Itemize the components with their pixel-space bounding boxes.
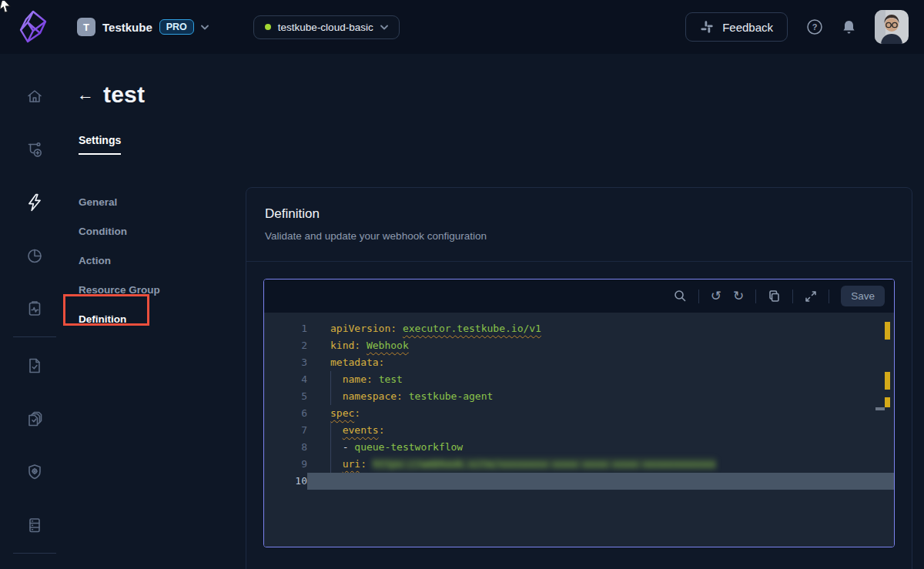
overview-ruler bbox=[884, 313, 890, 547]
sidebar-item-home[interactable] bbox=[0, 69, 69, 122]
line-number: 5 bbox=[264, 388, 307, 405]
warning-mark bbox=[885, 397, 890, 407]
sidebar bbox=[0, 54, 69, 569]
sidebar-item-webhooks[interactable] bbox=[0, 176, 69, 229]
line-number: 9 bbox=[264, 456, 307, 473]
chevron-down-icon bbox=[201, 25, 209, 30]
env-name: testkube-cloud-basic bbox=[278, 22, 373, 33]
server-icon bbox=[25, 516, 44, 534]
chevron-down-icon bbox=[380, 25, 388, 30]
clipboard-pulse-icon bbox=[25, 300, 44, 318]
line-number: 7 bbox=[264, 422, 307, 439]
line-number: 8 bbox=[264, 439, 307, 456]
tab-settings[interactable]: Settings bbox=[79, 134, 121, 155]
line-number: 4 bbox=[264, 371, 307, 388]
scrollbar-nub[interactable] bbox=[875, 407, 885, 410]
warning-mark bbox=[885, 322, 890, 340]
feedback-button[interactable]: Feedback bbox=[685, 12, 788, 42]
subnav-item-action[interactable]: Action bbox=[79, 246, 246, 275]
environment-selector[interactable]: testkube-cloud-basic bbox=[253, 15, 400, 39]
subnav-item-condition[interactable]: Condition bbox=[79, 216, 246, 246]
slack-icon bbox=[700, 20, 714, 34]
pro-badge: PRO bbox=[159, 19, 194, 35]
expand-icon bbox=[805, 290, 817, 303]
trigger-icon bbox=[25, 140, 44, 159]
pie-chart-icon bbox=[25, 246, 44, 265]
doc-check-icon bbox=[25, 356, 44, 375]
warning-mark bbox=[885, 372, 890, 390]
org-avatar: T bbox=[77, 18, 95, 36]
line-number: 10 bbox=[264, 473, 307, 490]
code-line[interactable]: 3metadata: bbox=[264, 354, 894, 371]
sidebar-item-status[interactable] bbox=[0, 282, 69, 335]
line-number: 2 bbox=[264, 337, 307, 354]
expand-button[interactable] bbox=[805, 290, 817, 303]
code-line[interactable]: 2kind: Webhook bbox=[264, 337, 894, 354]
search-button[interactable] bbox=[674, 290, 687, 303]
undo-button[interactable]: ↺ bbox=[711, 290, 721, 303]
code-line[interactable]: 6spec: bbox=[264, 405, 894, 422]
editor-toolbar: ↺ ↻ bbox=[264, 279, 894, 313]
sidebar-item-tests[interactable] bbox=[0, 339, 69, 392]
line-number: 6 bbox=[264, 405, 307, 422]
docs-stack-icon bbox=[25, 409, 45, 429]
org-name: Testkube bbox=[102, 21, 152, 34]
toolbar-divider bbox=[755, 290, 756, 303]
settings-subnav: General Condition Action Resource Group … bbox=[75, 187, 246, 569]
sidebar-divider bbox=[13, 336, 56, 337]
toolbar-divider bbox=[792, 290, 793, 303]
definition-card: Definition Validate and update your webh… bbox=[246, 187, 912, 569]
sidebar-item-executors[interactable] bbox=[0, 445, 69, 498]
subnav-item-general[interactable]: General bbox=[79, 187, 246, 216]
card-subtitle: Validate and update your webhook configu… bbox=[265, 230, 893, 242]
sidebar-item-sources[interactable] bbox=[0, 498, 69, 551]
env-status-dot bbox=[265, 24, 271, 30]
feedback-label: Feedback bbox=[722, 21, 773, 34]
code-line[interactable]: 9 uri: https://webhook.site/xxxxxxxx-xxx… bbox=[264, 456, 894, 473]
svg-text:?: ? bbox=[812, 22, 818, 32]
lightning-icon bbox=[25, 192, 45, 213]
code-line[interactable]: 10 bbox=[264, 473, 894, 490]
org-selector[interactable]: T Testkube PRO bbox=[77, 18, 209, 36]
main-content: ← test Settings General Condition Action… bbox=[69, 54, 924, 569]
sidebar-item-triggers[interactable] bbox=[0, 122, 69, 176]
copy-icon bbox=[768, 290, 781, 303]
code-line[interactable]: 5 namespace: testkube-agent bbox=[264, 388, 894, 405]
card-title: Definition bbox=[265, 206, 893, 222]
redo-icon: ↻ bbox=[733, 290, 744, 303]
code-area[interactable]: 1apiVersion: executor.testkube.io/v12kin… bbox=[264, 313, 894, 547]
back-button[interactable]: ← bbox=[75, 86, 95, 103]
page-title: test bbox=[103, 82, 145, 108]
subnav-item-definition[interactable]: Definition bbox=[79, 304, 246, 333]
tabs: Settings bbox=[79, 133, 924, 155]
bell-icon bbox=[842, 19, 856, 35]
topbar: T Testkube PRO testkube-cloud-basic Feed… bbox=[0, 0, 924, 54]
search-icon bbox=[674, 290, 687, 303]
subnav-item-resource-group[interactable]: Resource Group bbox=[79, 275, 246, 304]
help-button[interactable]: ? bbox=[806, 18, 823, 35]
code-lines: 1apiVersion: executor.testkube.io/v12kin… bbox=[264, 320, 894, 490]
shield-gear-icon bbox=[25, 463, 44, 481]
save-button[interactable]: Save bbox=[841, 286, 885, 306]
line-number: 1 bbox=[264, 320, 307, 337]
sidebar-item-test-suites[interactable] bbox=[0, 392, 69, 445]
sidebar-divider bbox=[13, 553, 56, 554]
code-line[interactable]: 8 - queue-testworkflow bbox=[264, 439, 894, 456]
redacted-uri: https://webhook.site/xxxxxxxx-xxxx-xxxx-… bbox=[373, 458, 716, 470]
code-line[interactable]: 7 events: bbox=[264, 422, 894, 439]
redo-button[interactable]: ↻ bbox=[733, 290, 744, 303]
undo-icon: ↺ bbox=[711, 290, 721, 303]
code-line[interactable]: 4 name: test bbox=[264, 371, 894, 388]
toolbar-divider bbox=[698, 290, 699, 303]
toolbar-divider bbox=[829, 290, 829, 303]
user-avatar[interactable] bbox=[875, 10, 909, 44]
line-number: 3 bbox=[264, 354, 307, 371]
notifications-button[interactable] bbox=[842, 19, 856, 35]
home-icon bbox=[25, 87, 44, 105]
help-icon: ? bbox=[806, 18, 823, 35]
code-line[interactable]: 1apiVersion: executor.testkube.io/v1 bbox=[264, 320, 894, 337]
yaml-editor: ↺ ↻ bbox=[263, 279, 895, 547]
sidebar-item-insights[interactable] bbox=[0, 229, 69, 282]
copy-button[interactable] bbox=[768, 290, 781, 303]
testkube-logo[interactable] bbox=[17, 9, 49, 45]
